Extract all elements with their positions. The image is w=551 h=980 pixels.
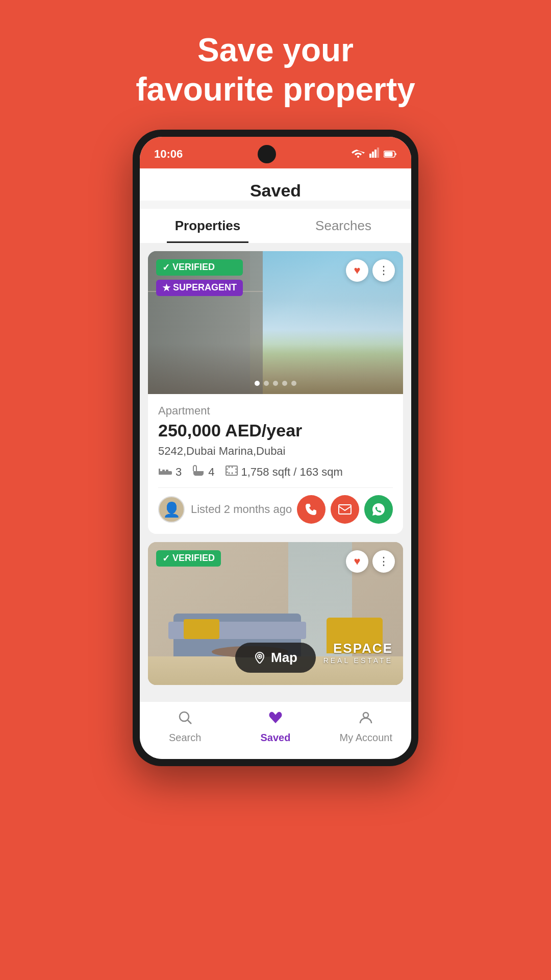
card-actions-1: ♥ ⋮ bbox=[346, 259, 395, 282]
floor-gradient bbox=[148, 344, 403, 394]
svg-rect-3 bbox=[374, 150, 377, 158]
badge-verified: ✓ VERIFIED bbox=[156, 259, 243, 276]
save-property-button-1[interactable]: ♥ bbox=[346, 259, 368, 282]
verified-check-icon-2: ✓ bbox=[162, 553, 170, 564]
property-address-1: 5242,Dubai Marina,Dubai bbox=[158, 445, 393, 458]
area-icon bbox=[225, 465, 238, 479]
badge-superagent: ★ SUPERAGENT bbox=[156, 280, 243, 296]
status-bar: 10:06 bbox=[140, 137, 411, 168]
nav-account[interactable]: My Account bbox=[338, 710, 394, 744]
svg-rect-14 bbox=[339, 505, 351, 514]
svg-point-16 bbox=[259, 655, 261, 657]
search-nav-icon bbox=[178, 710, 193, 729]
tabs-container: Properties Searches bbox=[140, 209, 411, 243]
content-area: ✓ VERIFIED ★ SUPERAGENT ♥ ⋮ bbox=[140, 243, 411, 701]
property-image-container-1: ✓ VERIFIED ★ SUPERAGENT ♥ ⋮ bbox=[148, 251, 403, 394]
feature-area: 1,758 sqft / 163 sqm bbox=[225, 465, 343, 479]
saved-nav-icon bbox=[268, 710, 283, 729]
agent-avatar-1 bbox=[158, 496, 185, 523]
property-info-1: Apartment 250,000 AED/year 5242,Dubai Ma… bbox=[148, 394, 403, 534]
property-features-1: 3 4 bbox=[158, 465, 393, 479]
property-image-container-2: ✓ VERIFIED ♥ ⋮ ESPACE REAL ESTATE bbox=[148, 542, 403, 685]
nav-saved[interactable]: Saved bbox=[247, 710, 304, 744]
espace-watermark: ESPACE REAL ESTATE bbox=[323, 641, 393, 665]
battery-icon bbox=[384, 148, 397, 161]
bottom-nav: Search Saved My Account bbox=[140, 701, 411, 759]
feature-bedrooms: 3 bbox=[158, 465, 182, 479]
property-card-2: ✓ VERIFIED ♥ ⋮ ESPACE REAL ESTATE bbox=[148, 542, 403, 685]
nav-account-label: My Account bbox=[340, 732, 392, 744]
pillow-shape bbox=[184, 619, 219, 639]
feature-bathrooms: 4 bbox=[192, 465, 214, 479]
status-bar-area: 10:06 bbox=[140, 137, 411, 168]
svg-rect-7 bbox=[159, 471, 172, 475]
save-property-button-2[interactable]: ♥ bbox=[346, 550, 368, 573]
dot-2 bbox=[264, 381, 269, 386]
dot-5 bbox=[291, 381, 296, 386]
svg-rect-8 bbox=[159, 469, 160, 475]
tab-searches[interactable]: Searches bbox=[276, 209, 411, 243]
svg-rect-11 bbox=[197, 474, 198, 475]
property-price-1: 250,000 AED/year bbox=[158, 421, 393, 440]
svg-rect-9 bbox=[162, 470, 165, 472]
call-button-1[interactable] bbox=[297, 495, 325, 524]
email-button-1[interactable] bbox=[331, 495, 359, 524]
property-badges: ✓ VERIFIED ★ SUPERAGENT bbox=[156, 259, 243, 296]
svg-rect-2 bbox=[372, 152, 374, 158]
nav-saved-label: Saved bbox=[261, 732, 291, 744]
nav-search[interactable]: Search bbox=[157, 710, 213, 744]
svg-rect-4 bbox=[377, 148, 379, 158]
agent-row-1: Listed 2 months ago bbox=[158, 487, 393, 524]
agent-info-1: Listed 2 months ago bbox=[158, 496, 292, 523]
map-button[interactable]: Map bbox=[235, 643, 316, 673]
whatsapp-button-1[interactable] bbox=[364, 495, 393, 524]
property-card-1: ✓ VERIFIED ★ SUPERAGENT ♥ ⋮ bbox=[148, 251, 403, 534]
status-icons bbox=[351, 148, 397, 161]
dot-3 bbox=[273, 381, 278, 386]
more-options-button-2[interactable]: ⋮ bbox=[372, 550, 395, 573]
account-nav-icon bbox=[358, 710, 373, 729]
dot-1 bbox=[255, 381, 260, 386]
app-header: Saved bbox=[140, 168, 411, 201]
star-icon: ★ bbox=[162, 282, 170, 293]
listed-time-1: Listed 2 months ago bbox=[191, 503, 292, 516]
nav-search-label: Search bbox=[169, 732, 201, 744]
card-actions-2: ♥ ⋮ bbox=[346, 550, 395, 573]
dot-4 bbox=[282, 381, 287, 386]
bed-icon bbox=[158, 465, 172, 479]
contact-buttons-1 bbox=[297, 495, 393, 524]
badge-verified-2: ✓ VERIFIED bbox=[156, 550, 221, 567]
more-options-button-1[interactable]: ⋮ bbox=[372, 259, 395, 282]
signal-icon bbox=[369, 148, 380, 161]
hero-title: Save your favourite property bbox=[115, 0, 436, 130]
svg-point-18 bbox=[363, 713, 368, 718]
phone-device: 10:06 bbox=[133, 130, 418, 766]
status-time: 10:06 bbox=[154, 148, 183, 161]
page-title: Saved bbox=[250, 181, 301, 200]
property-type-1: Apartment bbox=[158, 404, 393, 418]
svg-point-17 bbox=[180, 712, 189, 721]
svg-rect-1 bbox=[369, 154, 371, 158]
wifi-icon bbox=[351, 148, 365, 161]
image-dots-1 bbox=[255, 381, 296, 386]
bath-icon bbox=[192, 465, 205, 479]
svg-rect-10 bbox=[166, 470, 168, 472]
svg-rect-6 bbox=[385, 152, 393, 156]
svg-point-0 bbox=[357, 156, 359, 158]
camera-notch bbox=[258, 145, 276, 163]
tab-properties[interactable]: Properties bbox=[140, 209, 276, 243]
svg-rect-12 bbox=[199, 474, 200, 475]
verified-check-icon: ✓ bbox=[162, 262, 170, 273]
property-badges-2: ✓ VERIFIED bbox=[156, 550, 221, 567]
phone-screen: 10:06 bbox=[140, 137, 411, 759]
